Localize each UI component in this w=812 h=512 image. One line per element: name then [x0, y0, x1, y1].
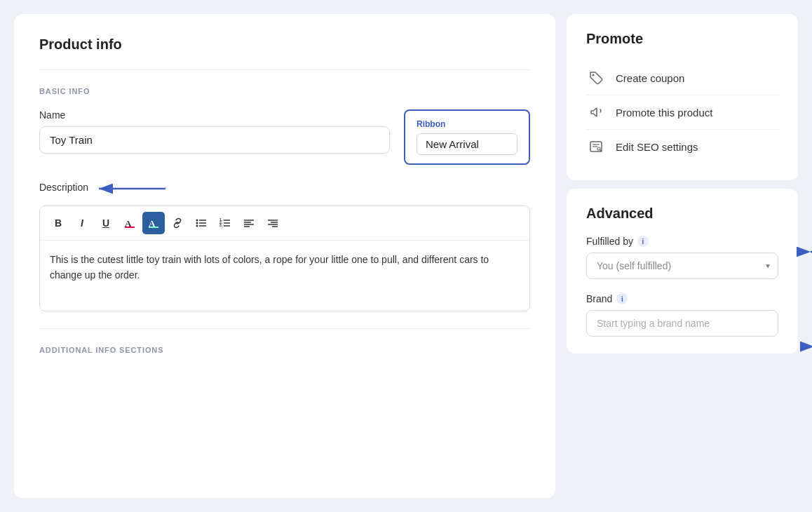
brand-input[interactable]	[586, 310, 778, 337]
align-left-icon	[243, 217, 255, 229]
highlight-button[interactable]: A	[142, 212, 165, 234]
additional-info-section: ADDITIONAL INFO SECTIONS	[39, 346, 530, 354]
fulfilled-by-arrow	[805, 238, 812, 266]
brand-info-icon[interactable]: i	[616, 293, 628, 304]
fulfilled-by-info-icon[interactable]: i	[637, 236, 649, 247]
unordered-list-icon	[196, 217, 207, 229]
bold-button[interactable]: B	[47, 212, 69, 234]
promote-title: Promote	[586, 31, 778, 47]
svg-point-5	[196, 225, 198, 227]
svg-text:3.: 3.	[219, 223, 223, 227]
align-right-button[interactable]	[262, 212, 284, 234]
ordered-list-button[interactable]: 1. 2. 3.	[214, 212, 236, 234]
brand-label: Brand	[586, 293, 612, 304]
create-coupon-item[interactable]: Create coupon	[586, 61, 778, 95]
promote-card: Promote Create coupon Promote this produ…	[567, 14, 798, 180]
right-panel: Promote Create coupon Promote this produ…	[567, 14, 798, 353]
promote-product-label: Promote this product	[616, 107, 712, 119]
create-coupon-label: Create coupon	[616, 72, 684, 84]
advanced-title: Advanced	[586, 206, 778, 222]
ribbon-box: Ribbon New Arrival	[404, 109, 530, 165]
link-icon	[172, 217, 183, 229]
highlight-icon: A	[147, 217, 160, 229]
fulfilled-by-select-wrapper: You (self fulfilled)DropshippingOther ▾	[586, 252, 778, 279]
description-content[interactable]: This is the cutest little toy train with…	[40, 241, 529, 311]
main-panel: Product info BASIC INFO Name Ribbon New …	[14, 14, 555, 498]
underline-button[interactable]: U	[95, 212, 117, 234]
italic-button[interactable]: I	[71, 212, 93, 234]
megaphone-icon	[586, 102, 606, 122]
align-right-icon	[267, 217, 278, 229]
product-name-input[interactable]	[39, 126, 390, 154]
link-button[interactable]	[166, 212, 189, 234]
brand-label-row: Brand i	[586, 293, 778, 304]
unordered-list-button[interactable]	[190, 212, 212, 234]
tag-icon	[586, 68, 606, 88]
svg-point-23	[593, 74, 595, 76]
svg-point-4	[196, 222, 198, 224]
description-section: Description B I U A	[39, 182, 530, 311]
align-left-button[interactable]	[238, 212, 260, 234]
brand-arrow	[808, 336, 812, 357]
additional-info-label: ADDITIONAL INFO SECTIONS	[39, 346, 530, 354]
product-info-title: Product info	[39, 36, 530, 53]
fulfilled-by-label: Fulfilled by	[586, 236, 633, 247]
ribbon-label: Ribbon	[417, 119, 517, 129]
promote-product-item[interactable]: Promote this product	[586, 95, 778, 130]
edit-seo-item[interactable]: Edit SEO settings	[586, 130, 778, 163]
description-editor: B I U A A	[39, 206, 530, 311]
edit-seo-label: Edit SEO settings	[616, 141, 698, 153]
font-color-icon: A	[123, 217, 136, 229]
font-color-button[interactable]: A	[119, 212, 141, 234]
fulfilled-by-label-row: Fulfilled by i	[586, 236, 778, 247]
advanced-card: Advanced Fulfilled by i You (self fulfil…	[567, 189, 798, 353]
name-field-wrapper: Name	[39, 109, 390, 154]
ordered-list-icon: 1. 2. 3.	[219, 217, 231, 229]
name-field-group: Name Ribbon New Arrival	[39, 109, 530, 165]
svg-point-3	[196, 220, 198, 222]
description-arrow	[88, 175, 172, 203]
ribbon-value: New Arrival	[417, 133, 517, 155]
fulfilled-by-select[interactable]: You (self fulfilled)DropshippingOther	[586, 252, 778, 279]
description-label: Description	[39, 182, 88, 193]
editor-toolbar: B I U A A	[40, 206, 529, 241]
basic-info-label: BASIC INFO	[39, 87, 530, 95]
seo-icon	[586, 137, 606, 156]
name-label: Name	[39, 109, 390, 121]
